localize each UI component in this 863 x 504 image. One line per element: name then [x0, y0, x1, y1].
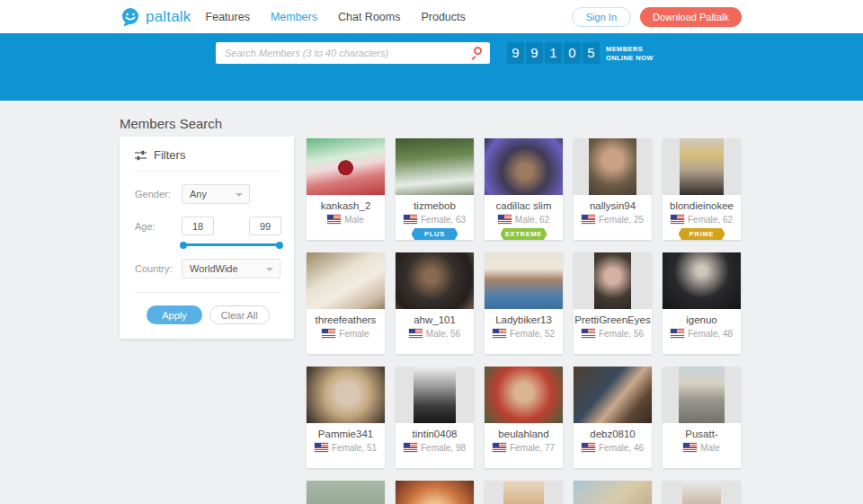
nav-features[interactable]: Features: [206, 11, 250, 23]
member-card-info: cadillac slim Male, 62 EXTREME: [485, 200, 563, 240]
member-card[interactable]: [663, 481, 741, 504]
member-photo: [679, 367, 724, 423]
member-photo-area: [396, 138, 474, 195]
member-card-info: debz0810 Female, 46: [574, 429, 652, 453]
member-meta: Female, 25: [574, 214, 652, 225]
member-photo-area: [485, 138, 563, 195]
clear-all-button[interactable]: Clear All: [209, 305, 270, 324]
member-username[interactable]: Ladybiker13: [485, 314, 563, 325]
age-slider-min-handle[interactable]: [180, 242, 187, 249]
us-flag-icon: [582, 443, 595, 452]
member-meta-text: Female, 46: [599, 443, 644, 453]
us-flag-icon: [404, 443, 417, 452]
member-card-info: Ladybiker13 Female, 52: [485, 314, 563, 339]
member-photo: [485, 138, 563, 195]
age-min-input[interactable]: [182, 217, 214, 235]
nav-members[interactable]: Members: [271, 11, 317, 23]
search-icon[interactable]: [474, 47, 482, 55]
logo-wordmark: paltalk: [146, 8, 191, 26]
member-card[interactable]: blondieinokee Female, 62 PRIME: [663, 138, 741, 240]
member-username[interactable]: threefeathers: [307, 314, 385, 325]
member-username[interactable]: beulahland: [485, 429, 563, 439]
member-username[interactable]: cadillac slim: [485, 200, 563, 211]
paltalk-logo-icon: [120, 7, 141, 27]
member-card[interactable]: [307, 481, 385, 504]
member-card[interactable]: threefeathers Female: [307, 252, 385, 354]
member-card[interactable]: tintin0408 Female, 98: [396, 367, 474, 468]
us-flag-icon: [683, 443, 697, 452]
member-meta: Female, 56: [574, 328, 652, 339]
member-meta: Female, 46: [574, 442, 652, 453]
member-photo-area: [574, 367, 652, 423]
member-meta: Male, 62: [485, 214, 563, 225]
member-username[interactable]: blondieinokee: [663, 200, 741, 211]
member-card[interactable]: ahw_101 Male, 56: [396, 252, 474, 354]
member-card[interactable]: beulahland Female, 77: [485, 367, 563, 468]
member-meta: Female, 52: [485, 328, 563, 339]
age-range-slider[interactable]: [182, 243, 281, 246]
member-photo-area: [307, 481, 385, 504]
member-meta-text: Female, 52: [510, 329, 555, 339]
member-card[interactable]: Ladybiker13 Female, 52: [485, 252, 563, 354]
nav-products[interactable]: Products: [421, 11, 465, 23]
country-select[interactable]: WorldWide: [182, 259, 280, 279]
member-card-info: nallysin94 Female, 25: [574, 200, 652, 225]
member-meta: Female, 51: [307, 442, 385, 453]
member-card-info: Pusatt- Male: [663, 429, 741, 453]
member-card[interactable]: tizmebob Female, 63 PLUS: [396, 138, 474, 240]
member-photo-area: [574, 138, 652, 195]
member-card[interactable]: debz0810 Female, 46: [574, 367, 652, 468]
search-input[interactable]: [216, 42, 490, 64]
online-counter: 9 9 1 0 5: [507, 42, 600, 64]
member-photo-area: [307, 367, 385, 423]
member-photo-area: [396, 367, 474, 423]
member-username[interactable]: debz0810: [574, 429, 652, 439]
member-username[interactable]: tizmebob: [396, 200, 474, 211]
member-photo: [307, 367, 385, 423]
member-card[interactable]: Pammie341 Female, 51: [307, 367, 385, 468]
member-username[interactable]: tintin0408: [396, 429, 474, 439]
member-card[interactable]: PrettiGreenEyes Female, 56: [574, 252, 652, 354]
member-photo: [663, 252, 741, 309]
paltalk-logo[interactable]: paltalk: [120, 7, 191, 27]
member-card[interactable]: kankash_2 Male: [307, 138, 385, 240]
member-card[interactable]: igenuo Female, 48: [663, 252, 741, 354]
member-card[interactable]: [396, 481, 474, 504]
sign-in-button[interactable]: Sign In: [572, 7, 631, 27]
member-card[interactable]: cadillac slim Male, 62 EXTREME: [485, 138, 563, 240]
gender-select[interactable]: Any: [182, 184, 250, 204]
member-username[interactable]: ahw_101: [396, 314, 474, 325]
filters-title: Filters: [154, 148, 185, 162]
member-card-info: PrettiGreenEyes Female, 56: [574, 314, 652, 339]
member-photo: [307, 138, 385, 195]
member-username[interactable]: igenuo: [663, 314, 741, 325]
filters-panel: Filters Gender: Any Age: Country: WorldW…: [120, 137, 294, 339]
member-username[interactable]: PrettiGreenEyes: [574, 314, 652, 325]
member-card[interactable]: nallysin94 Female, 25: [574, 138, 652, 240]
member-meta: Male: [663, 442, 741, 453]
filters-divider: [135, 292, 281, 293]
member-photo-area: [485, 481, 563, 504]
member-card[interactable]: [485, 481, 563, 504]
member-card-info: Pammie341 Female, 51: [307, 429, 385, 453]
member-card[interactable]: Pusatt- Male: [663, 367, 741, 468]
apply-button[interactable]: Apply: [147, 305, 202, 324]
age-max-input[interactable]: [249, 217, 281, 235]
nav-chat-rooms[interactable]: Chat Rooms: [338, 11, 400, 23]
member-card-info: tintin0408 Female, 98: [396, 429, 474, 453]
member-username[interactable]: nallysin94: [574, 200, 652, 211]
member-badge: PLUS: [412, 228, 458, 240]
age-slider-max-handle[interactable]: [276, 242, 283, 249]
member-card[interactable]: [574, 481, 652, 504]
counter-digit: 9: [507, 42, 524, 64]
download-paltalk-button[interactable]: Download Paltalk: [640, 7, 742, 27]
member-username[interactable]: kankash_2: [307, 200, 385, 211]
member-photo: [396, 138, 474, 195]
member-photo-area: [307, 252, 385, 309]
member-card-info: tizmebob Female, 63 PLUS: [396, 200, 474, 240]
member-meta-text: Female, 48: [688, 329, 733, 339]
member-username[interactable]: Pammie341: [307, 429, 385, 439]
member-meta-text: Female, 25: [599, 215, 644, 225]
member-username[interactable]: Pusatt-: [663, 429, 741, 439]
member-card-info: beulahland Female, 77: [485, 429, 563, 453]
